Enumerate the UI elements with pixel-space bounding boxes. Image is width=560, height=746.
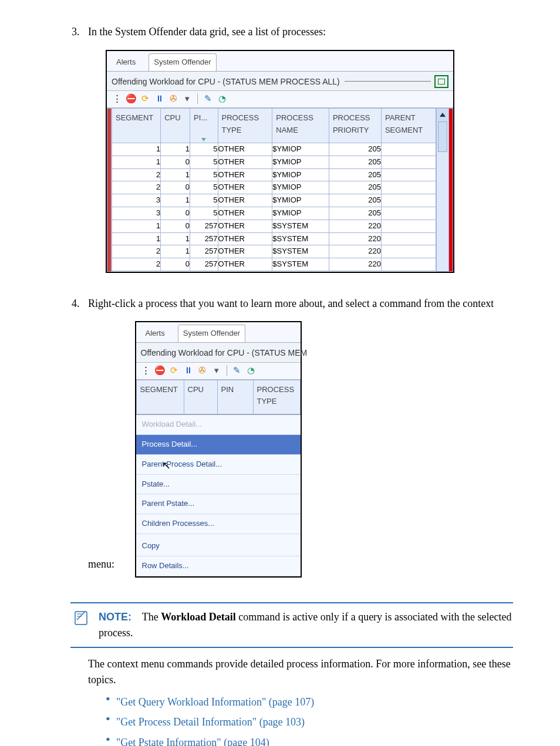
menu-item[interactable]: Copy [136, 536, 301, 556]
col-pin[interactable]: PI... [190, 109, 218, 143]
step-3: In the System Offender data grid, see a … [82, 23, 513, 283]
note-bold: Workload Detail [161, 611, 236, 623]
toolbar: ⋮ ⛔ ⟳ ⏸ ✇ ▾ ✎ ◔ [107, 90, 453, 108]
figure-grid: Alerts System Offender Offending Workloa… [106, 50, 454, 273]
refresh-icon[interactable]: ⟳ [140, 93, 150, 104]
col-pin-2[interactable]: PIN [217, 380, 253, 414]
table-row[interactable]: 20257OTHER$SYSTEM220 [112, 258, 436, 271]
after-note-text: The context menu commands provide detail… [88, 656, 513, 688]
table-row[interactable]: 105OTHER$YMIOP205 [112, 156, 436, 168]
menu-item[interactable]: Children Processes... [136, 514, 301, 534]
grid-frame: SEGMENT CPU PI... PROCESS TYPE PROCESS [107, 108, 453, 272]
table-row[interactable]: 315OTHER$YMIOP205 [112, 194, 436, 207]
col-segment-2[interactable]: SEGMENT [136, 380, 184, 414]
table-row[interactable]: 115OTHER$YMIOP205 [112, 143, 436, 156]
menu-item[interactable]: Pstate... [136, 475, 301, 495]
pause-icon[interactable]: ⏸ [154, 93, 164, 104]
table-row[interactable]: 215OTHER$YMIOP205 [112, 168, 436, 181]
table-row[interactable]: 205OTHER$YMIOP205 [112, 181, 436, 194]
sort-indicator-icon [201, 138, 206, 141]
tab-bar: Alerts System Offender [107, 51, 453, 72]
menu-item: Workload Detail... [136, 415, 301, 435]
col-process-name[interactable]: PROCESS NAME [272, 109, 329, 143]
maximize-button[interactable] [434, 75, 448, 88]
menu-item[interactable]: Process Detail... [136, 435, 301, 455]
col-process-type[interactable]: PROCESS TYPE [218, 109, 272, 143]
data-grid[interactable]: SEGMENT CPU PI... PROCESS TYPE PROCESS [112, 108, 436, 271]
table-row[interactable]: 21257OTHER$SYSTEM220 [112, 245, 436, 258]
scroll-thumb[interactable] [438, 121, 447, 152]
stop-icon[interactable]: ⛔ [126, 93, 136, 104]
panel-title: Offending Workload for CPU - (STATUS MEM… [112, 75, 340, 88]
topic-link-item: "Get Process Detail Information" (page 1… [106, 714, 513, 731]
edit-icon[interactable]: ✎ [203, 93, 213, 104]
drag-handle-icon: ⋮ [112, 93, 122, 104]
tab-system-offender[interactable]: System Offender [149, 53, 216, 71]
edit-icon[interactable]: ✎ [232, 365, 242, 376]
step-3-text: In the System Offender data grid, see a … [88, 26, 326, 38]
col-segment[interactable]: SEGMENT [112, 109, 161, 143]
clock-icon[interactable]: ◔ [246, 365, 257, 376]
col-process-priority[interactable]: PROCESS PRIORITY [329, 109, 381, 143]
dropdown-icon[interactable]: ▾ [211, 365, 222, 376]
topic-link[interactable]: "Get Pstate Information" (page 104) [116, 737, 269, 746]
gear-icon[interactable]: ✇ [168, 93, 178, 104]
panel-title-2: Offending Workload for CPU - (STATUS MEM [141, 346, 308, 359]
dropdown-icon[interactable]: ▾ [182, 93, 193, 104]
pause-icon[interactable]: ⏸ [183, 365, 194, 376]
svg-rect-0 [75, 612, 87, 625]
note-block: NOTE: The Workload Detail command is act… [70, 602, 513, 648]
menu-item[interactable]: Parent Process Detail... [136, 455, 301, 475]
tab-system-offender-2[interactable]: System Offender [178, 325, 245, 342]
topic-link[interactable]: "Get Query Workload Information" (page 1… [116, 696, 314, 708]
refresh-icon[interactable]: ⟳ [169, 365, 180, 376]
menu-item[interactable]: Row Details... [136, 556, 301, 576]
clock-icon[interactable]: ◔ [217, 93, 227, 104]
note-label: NOTE: [99, 611, 131, 623]
table-row[interactable]: 11257OTHER$SYSTEM220 [112, 232, 436, 245]
topic-links: "Get Query Workload Information" (page 1… [106, 694, 513, 747]
col-process-type-2[interactable]: PROCESS TYPE [253, 380, 300, 414]
menu-item[interactable]: Parent Pstate... [136, 494, 301, 514]
tab-alerts-2[interactable]: Alerts [141, 325, 170, 342]
toolbar-2: ⋮ ⛔ ⟳ ⏸ ✇ ▾ ✎ ◔ [136, 362, 301, 380]
col-parent-segment[interactable]: PARENT SEGMENT [381, 109, 436, 143]
scrollbar[interactable] [437, 108, 449, 271]
tab-bar-2: Alerts System Offender [136, 322, 301, 343]
scroll-up-button[interactable] [437, 109, 448, 121]
tab-alerts[interactable]: Alerts [112, 54, 140, 71]
topic-link-item: "Get Pstate Information" (page 104) [106, 734, 513, 746]
table-row[interactable]: 305OTHER$YMIOP205 [112, 207, 436, 220]
figure-context-menu: Alerts System Offender Offending Workloa… [135, 321, 302, 577]
topic-link-item: "Get Query Workload Information" (page 1… [106, 694, 513, 711]
topic-link[interactable]: "Get Process Detail Information" (page 1… [116, 716, 305, 728]
context-menu: Workload Detail...Process Detail...Paren… [136, 414, 301, 576]
note-icon [70, 609, 92, 641]
drag-handle-icon: ⋮ [141, 365, 151, 376]
step-4: Right-click a process that you want to l… [82, 295, 513, 746]
table-row[interactable]: 10257OTHER$SYSTEM220 [112, 220, 436, 232]
col-cpu-2[interactable]: CPU [184, 380, 217, 414]
col-cpu[interactable]: CPU [161, 109, 190, 143]
stop-icon[interactable]: ⛔ [155, 365, 166, 376]
gear-icon[interactable]: ✇ [197, 365, 208, 376]
